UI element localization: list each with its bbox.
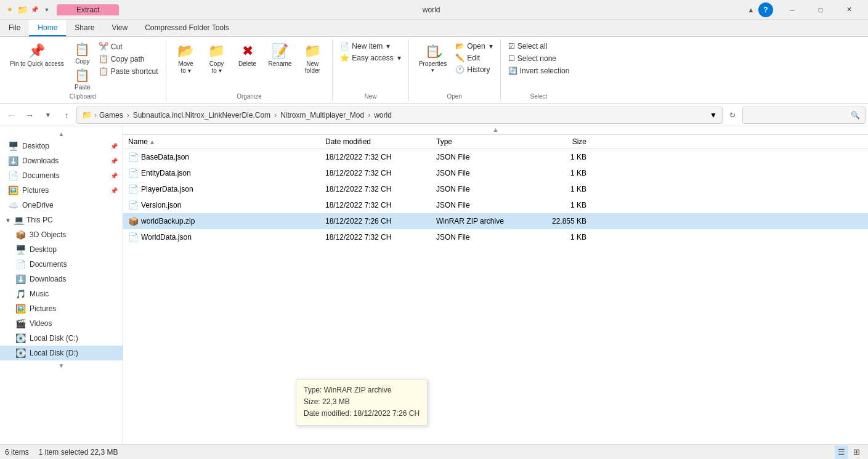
sidebar-item-local-disk-c[interactable]: 💽 Local Disk (C:) bbox=[0, 331, 123, 346]
tab-view[interactable]: View bbox=[103, 20, 136, 36]
address-bar[interactable]: 📁 › Games › Subnautica.incl.Nitrox_LinkN… bbox=[76, 107, 723, 124]
rename-label: Rename bbox=[269, 60, 292, 67]
properties-button[interactable]: 📋 ✔ Properties ▾ bbox=[414, 41, 452, 76]
file-name-worldbackup: 📦 worldBackup.zip bbox=[123, 216, 320, 226]
music-label: Music bbox=[30, 290, 49, 298]
paste-shortcut-button[interactable]: 📋 Paste shortcut bbox=[96, 65, 161, 77]
desktop-quick-label: Desktop bbox=[22, 142, 49, 150]
refresh-button[interactable]: ↻ bbox=[724, 107, 741, 124]
edit-button[interactable]: ✏️ Edit bbox=[453, 52, 495, 63]
sidebar-thispc-header[interactable]: ▼ 💻 This PC bbox=[0, 213, 123, 227]
copy-to-button[interactable]: 📁 Copyto ▾ bbox=[202, 41, 232, 76]
breadcrumb-games[interactable]: Games bbox=[99, 111, 123, 120]
select-buttons: ☑ Select all ☐ Select none 🔄 Invert sele… bbox=[506, 41, 572, 92]
move-to-button[interactable]: 📂 Moveto ▾ bbox=[171, 41, 201, 76]
tab-share[interactable]: Share bbox=[66, 20, 103, 36]
sidebar-item-downloads[interactable]: ⬇️ Downloads bbox=[0, 272, 123, 286]
pin-quick-access-button[interactable]: 📌 Pin to Quick access bbox=[5, 41, 69, 70]
new-item-button[interactable]: 📄 New item ▾ bbox=[338, 41, 403, 52]
select-group-label: Select bbox=[506, 92, 572, 100]
search-input[interactable] bbox=[748, 111, 851, 120]
col-header-date[interactable]: Date modified bbox=[320, 137, 431, 146]
back-button[interactable]: ← bbox=[2, 107, 20, 124]
copy-button[interactable]: 📋 Copy bbox=[70, 41, 95, 66]
address-dropdown-btn[interactable]: ▼ bbox=[710, 111, 717, 120]
file-type-worldbackup: WinRAR ZIP archive bbox=[431, 217, 530, 225]
view-tiles-button[interactable]: ⊞ bbox=[850, 445, 863, 459]
tab-compressed-folder-tools[interactable]: Compressed Folder Tools bbox=[136, 20, 238, 36]
new-folder-button[interactable]: 📁 Newfolder bbox=[298, 41, 327, 76]
ribbon: 📌 Pin to Quick access 📋 Copy 📋 Paste bbox=[0, 37, 868, 104]
3d-objects-label: 3D Objects bbox=[30, 230, 66, 239]
file-type-worlddata: JSON File bbox=[431, 233, 530, 242]
col-header-name[interactable]: Name ▲ bbox=[123, 137, 320, 146]
delete-button[interactable]: ✖ Delete bbox=[233, 41, 262, 70]
history-button[interactable]: 🕐 History bbox=[453, 64, 495, 75]
rename-button[interactable]: 📝 Rename bbox=[264, 41, 297, 70]
minimize-button[interactable]: ─ bbox=[778, 0, 806, 20]
paste-button[interactable]: 📋 Paste bbox=[70, 67, 95, 92]
sidebar-scroll-up[interactable]: ▲ bbox=[0, 129, 123, 139]
status-bar: 6 items 1 item selected 22,3 MB ☰ ⊞ bbox=[0, 444, 868, 459]
sidebar-item-documents-quick[interactable]: 📄 Documents 📌 bbox=[0, 168, 123, 183]
version-icon: 📄 bbox=[128, 200, 139, 210]
select-none-button[interactable]: ☐ Select none bbox=[506, 53, 572, 64]
sidebar-item-pictures[interactable]: 🖼️ Pictures bbox=[0, 301, 123, 316]
tooltip-type: Type: WinRAR ZIP archive bbox=[304, 384, 420, 396]
tooltip-size: Size: 22,3 MB bbox=[304, 396, 420, 408]
sidebar-item-videos[interactable]: 🎬 Videos bbox=[0, 316, 123, 331]
music-icon: 🎵 bbox=[15, 289, 26, 299]
help-button[interactable]: ? bbox=[758, 2, 773, 17]
copy-path-button[interactable]: 📋 Copy path bbox=[96, 53, 161, 65]
paste-shortcut-label: Paste shortcut bbox=[111, 67, 158, 76]
sidebar-item-desktop-quick[interactable]: 🖥️ Desktop 📌 bbox=[0, 139, 123, 153]
breadcrumb-nitroxm[interactable]: Nitroxm_Multiplayer_Mod bbox=[280, 111, 364, 120]
maximize-button[interactable]: □ bbox=[806, 0, 835, 20]
cut-button[interactable]: ✂️ Cut bbox=[96, 41, 161, 52]
file-row-worldbackup[interactable]: 📦 worldBackup.zip 18/12/2022 7:26 CH Win… bbox=[123, 213, 868, 229]
file-date-worlddata: 18/12/2022 7:32 CH bbox=[320, 233, 431, 242]
desktop-label: Desktop bbox=[30, 245, 57, 254]
paste-label: Paste bbox=[75, 84, 91, 91]
sidebar-scroll-down[interactable]: ▼ bbox=[0, 360, 123, 370]
ribbon-collapse-btn[interactable]: ▲ bbox=[744, 2, 758, 17]
search-bar[interactable]: 🔍 bbox=[742, 107, 866, 124]
tab-home[interactable]: Home bbox=[29, 20, 66, 36]
copy-to-label: Copyto ▾ bbox=[209, 60, 224, 74]
extract-tab[interactable]: Extract bbox=[57, 4, 119, 15]
file-row-entitydata[interactable]: 📄 EntityData.json 18/12/2022 7:32 CH JSO… bbox=[123, 165, 868, 181]
close-button[interactable]: ✕ bbox=[835, 0, 863, 20]
file-row-basedata[interactable]: 📄 BaseData.json 18/12/2022 7:32 CH JSON … bbox=[123, 149, 868, 165]
up-button[interactable]: ↑ bbox=[58, 107, 75, 124]
onedrive-icon: ☁️ bbox=[7, 200, 18, 210]
recent-locations-button[interactable]: ▼ bbox=[39, 107, 57, 124]
file-row-version[interactable]: 📄 Version.json 18/12/2022 7:32 CH JSON F… bbox=[123, 197, 868, 213]
title-star-icon: ★ bbox=[5, 5, 15, 15]
breadcrumb-folder-icon: 📁 bbox=[82, 110, 92, 120]
sidebar-item-onedrive[interactable]: ☁️ OneDrive bbox=[0, 198, 123, 213]
sidebar-item-3d-objects[interactable]: 📦 3D Objects bbox=[0, 227, 123, 242]
tab-file[interactable]: File bbox=[0, 20, 29, 36]
col-name-label: Name bbox=[128, 137, 148, 146]
sort-arrow-area: ▲ bbox=[123, 126, 868, 135]
easy-access-button[interactable]: ⭐ Easy access ▾ bbox=[338, 52, 403, 63]
file-row-worlddata[interactable]: 📄 WorldData.json 18/12/2022 7:32 CH JSON… bbox=[123, 229, 868, 245]
open-button[interactable]: 📂 Open ▾ bbox=[453, 41, 495, 52]
invert-selection-button[interactable]: 🔄 Invert selection bbox=[506, 65, 572, 76]
sidebar-item-documents[interactable]: 📄 Documents bbox=[0, 257, 123, 272]
search-icon[interactable]: 🔍 bbox=[851, 111, 860, 120]
title-bar: ★ 📁 📌 ▼ Extract world ▲ ? ─ □ ✕ bbox=[0, 0, 868, 20]
breadcrumb-subnautica[interactable]: Subnautica.incl.Nitrox_LinkNeverDie.Com bbox=[133, 111, 270, 120]
sidebar-item-music[interactable]: 🎵 Music bbox=[0, 286, 123, 301]
sidebar-item-pictures-quick[interactable]: 🖼️ Pictures 📌 bbox=[0, 183, 123, 198]
forward-button[interactable]: → bbox=[21, 107, 38, 124]
open-buttons: 📋 ✔ Properties ▾ 📂 Open ▾ ✏️ bbox=[414, 41, 495, 92]
col-header-size[interactable]: Size bbox=[530, 137, 591, 146]
sidebar-item-downloads-quick[interactable]: ⬇️ Downloads 📌 bbox=[0, 153, 123, 168]
view-details-button[interactable]: ☰ bbox=[835, 445, 848, 459]
select-all-button[interactable]: ☑ Select all bbox=[506, 41, 572, 52]
sidebar-item-local-disk-d[interactable]: 💽 Local Disk (D:) bbox=[0, 346, 123, 360]
sidebar-item-desktop[interactable]: 🖥️ Desktop bbox=[0, 242, 123, 257]
file-row-playerdata[interactable]: 📄 PlayerData.json 18/12/2022 7:32 CH JSO… bbox=[123, 181, 868, 197]
col-header-type[interactable]: Type bbox=[431, 137, 530, 146]
